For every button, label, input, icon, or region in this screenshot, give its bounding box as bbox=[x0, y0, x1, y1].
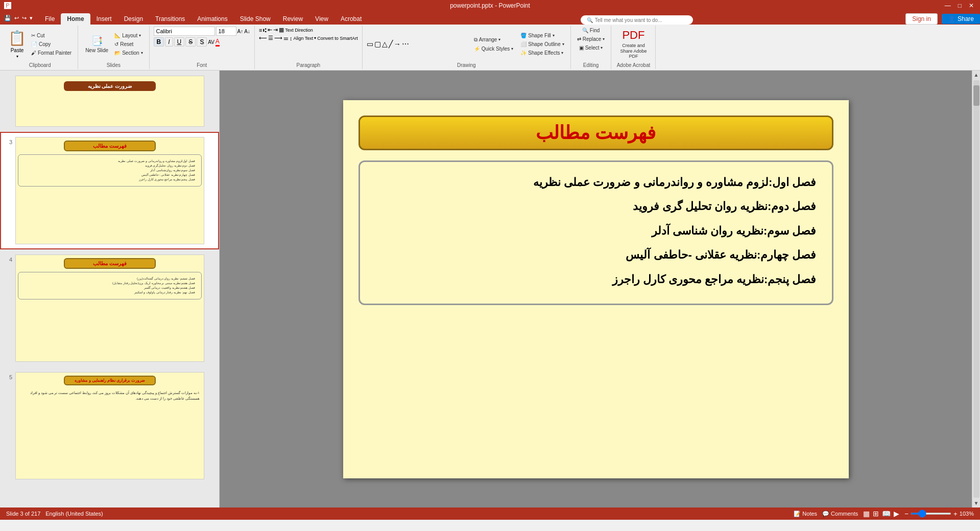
thumb-3-content: فصل اول:لزوم مشاوره و رواندرمانی و ضرورت… bbox=[20, 157, 199, 184]
font-size-input[interactable] bbox=[216, 27, 236, 36]
center-btn[interactable]: ☰ bbox=[268, 35, 273, 41]
columns-btn[interactable]: ▦ bbox=[279, 27, 284, 33]
tab-insert[interactable]: Insert bbox=[90, 13, 118, 25]
close-btn[interactable]: ✕ bbox=[967, 2, 976, 9]
tab-acrobat[interactable]: Acrobat bbox=[334, 13, 368, 25]
tab-transitions[interactable]: Transitions bbox=[149, 13, 191, 25]
share-button[interactable]: 👤 Share bbox=[942, 14, 980, 24]
select-button[interactable]: ▣ Select ▾ bbox=[577, 44, 605, 52]
slide-panel[interactable]: ضرورت عملی نظریه 3 فهرست مطالب فصل اول:ل… bbox=[0, 71, 220, 507]
line-spacing-btn[interactable]: ↕ bbox=[290, 35, 293, 41]
section-icon: 📂 bbox=[114, 50, 121, 56]
main-slide-title[interactable]: فهرست مطالب bbox=[358, 116, 833, 150]
shape-rect[interactable]: ▭ bbox=[367, 40, 373, 48]
convert-smartart-btn[interactable]: Convert to SmartArt bbox=[317, 36, 358, 41]
shape-more[interactable]: ⋯ bbox=[402, 40, 409, 48]
vertical-scrollbar[interactable]: ▲ ▼ bbox=[972, 71, 980, 507]
notes-button[interactable]: 📝 Notes bbox=[794, 511, 817, 517]
align-right-btn[interactable]: ⟶ bbox=[274, 35, 282, 41]
restore-btn[interactable]: □ bbox=[956, 2, 964, 9]
zoom-slider[interactable] bbox=[911, 513, 951, 515]
bold-btn[interactable]: B bbox=[154, 37, 164, 47]
find-button[interactable]: 🔍 Find bbox=[580, 27, 602, 34]
minimize-btn[interactable]: — bbox=[943, 2, 953, 9]
layout-button[interactable]: 📐 Layout ▾ bbox=[112, 32, 145, 39]
copy-button[interactable]: 📄 Copy bbox=[29, 40, 74, 48]
slide-thumb-2[interactable]: ضرورت عملی نظریه bbox=[0, 71, 219, 132]
undo-btn[interactable]: ↩ bbox=[14, 15, 19, 21]
sign-in-button[interactable]: Sign in bbox=[905, 13, 938, 25]
shape-fill-button[interactable]: 🪣 Shape Fill ▾ bbox=[518, 32, 566, 39]
shadow-btn[interactable]: S bbox=[197, 37, 207, 47]
align-left-btn[interactable]: ⟵ bbox=[259, 35, 267, 41]
thumb-3-title: فهرست مطالب bbox=[64, 141, 156, 151]
drawing-group: ▭ ▢ △ ╱ → ⋯ ⧉ Arrange ▾ ⚡ Quick Styles ▾ bbox=[363, 26, 571, 69]
increase-font-btn[interactable]: A↑ bbox=[237, 29, 244, 34]
tab-view[interactable]: View bbox=[309, 13, 334, 25]
zoom-out-btn[interactable]: − bbox=[904, 510, 909, 518]
view-slideshow-btn[interactable]: ▶ bbox=[894, 510, 899, 518]
zoom-in-btn[interactable]: + bbox=[953, 510, 958, 518]
tab-home[interactable]: Home bbox=[61, 13, 90, 25]
font-name-input[interactable] bbox=[154, 27, 215, 36]
format-painter-button[interactable]: 🖌 Format Painter bbox=[29, 49, 74, 57]
customize-btn[interactable]: ▾ bbox=[30, 15, 33, 21]
font-color-btn[interactable]: A bbox=[216, 38, 220, 47]
tab-design[interactable]: Design bbox=[118, 13, 149, 25]
char-spacing-btn[interactable]: AV bbox=[208, 39, 214, 45]
slide-5-num: 5 bbox=[3, 374, 12, 380]
slide-thumb-5[interactable]: 5 ضرورت برقراری نظام راهنمایی و مشاوره ۱… bbox=[0, 367, 219, 484]
slide-thumb-3[interactable]: 3 فهرست مطالب فصل اول:لزوم مشاوره و روان… bbox=[0, 132, 219, 249]
create-pdf-button[interactable]: PDF Create and Share Adobe PDF bbox=[615, 30, 651, 58]
shape-triangle[interactable]: △ bbox=[382, 40, 388, 48]
scroll-thumb[interactable] bbox=[973, 85, 979, 106]
save-quick-btn[interactable]: 💾 bbox=[4, 15, 11, 21]
shape-outline-button[interactable]: ⬜ Shape Outline ▾ bbox=[518, 40, 566, 48]
slide-thumb-4[interactable]: 4 فهرست مطالب فصل ششم: نظریه روان درمانی… bbox=[0, 249, 219, 367]
tab-animations[interactable]: Animations bbox=[191, 13, 233, 25]
underline-btn[interactable]: U bbox=[174, 37, 185, 47]
justify-btn[interactable]: ⚌ bbox=[283, 35, 289, 41]
view-reading-btn[interactable]: 📖 bbox=[882, 510, 891, 518]
view-slide-sorter-btn[interactable]: ⊞ bbox=[873, 510, 879, 518]
clipboard-label: Clipboard bbox=[29, 61, 51, 68]
reset-button[interactable]: ↺ Reset bbox=[112, 40, 145, 48]
replace-button[interactable]: ⇄ Replace ▾ bbox=[575, 35, 607, 43]
italic-btn[interactable]: I bbox=[165, 37, 173, 47]
shape-rounded-rect[interactable]: ▢ bbox=[374, 40, 381, 48]
comments-button[interactable]: 💬 Comments bbox=[822, 511, 858, 517]
pdf-icon: PDF bbox=[622, 29, 644, 42]
cut-button[interactable]: ✂ Cut bbox=[29, 32, 74, 39]
paste-button[interactable]: 📋 Paste ▾ bbox=[6, 30, 28, 58]
redo-btn[interactable]: ↪ bbox=[22, 15, 27, 21]
main-slide-content[interactable]: فصل اول:لزوم مشاوره و رواندرمانی و ضرورت… bbox=[358, 160, 833, 306]
decrease-font-btn[interactable]: A↓ bbox=[244, 29, 250, 34]
arrange-icon: ⧉ bbox=[474, 37, 477, 43]
arrange-button[interactable]: ⧉ Arrange ▾ bbox=[472, 36, 516, 44]
main-item-4: فصل چهارم:نظریه عقلانی -حاطفی آلیس bbox=[375, 245, 817, 265]
search-box[interactable] bbox=[595, 17, 687, 23]
bullets-btn[interactable]: ≡ bbox=[259, 27, 262, 33]
quick-styles-button[interactable]: ⚡ Quick Styles ▾ bbox=[472, 45, 516, 53]
decrease-indent-btn[interactable]: ⇤ bbox=[268, 27, 272, 33]
text-direction-btn[interactable]: Text Direction bbox=[285, 28, 313, 33]
tab-file[interactable]: File bbox=[39, 13, 61, 25]
shape-arrow[interactable]: → bbox=[394, 40, 401, 48]
slide-content-area: فهرست مطالب فصل اول:لزوم مشاوره و رواندر… bbox=[220, 71, 972, 507]
align-text-btn[interactable]: Align Text bbox=[293, 36, 313, 41]
scroll-up-btn[interactable]: ▲ bbox=[972, 71, 980, 79]
shape-line[interactable]: ╱ bbox=[389, 40, 393, 48]
font-group: A↑ A↓ B I U S S AV A Font bbox=[150, 26, 255, 69]
new-slide-button[interactable]: 📑 New Slide bbox=[82, 30, 111, 58]
scroll-down-btn[interactable]: ▼ bbox=[972, 499, 980, 507]
shape-effects-button[interactable]: ✨ Shape Effects ▾ bbox=[518, 49, 566, 57]
shape-outline-icon: ⬜ bbox=[520, 41, 527, 47]
numbering-btn[interactable]: ⑆ bbox=[263, 27, 267, 33]
section-button[interactable]: 📂 Section ▾ bbox=[112, 49, 145, 57]
tab-slideshow[interactable]: Slide Show bbox=[234, 13, 277, 25]
ribbon-tab-bar: File Home Insert Design Transitions Anim… bbox=[37, 11, 980, 25]
increase-indent-btn[interactable]: ⇥ bbox=[273, 27, 278, 33]
tab-review[interactable]: Review bbox=[277, 13, 309, 25]
view-normal-btn[interactable]: ▦ bbox=[863, 510, 870, 518]
strikethrough-btn[interactable]: S bbox=[185, 37, 196, 47]
